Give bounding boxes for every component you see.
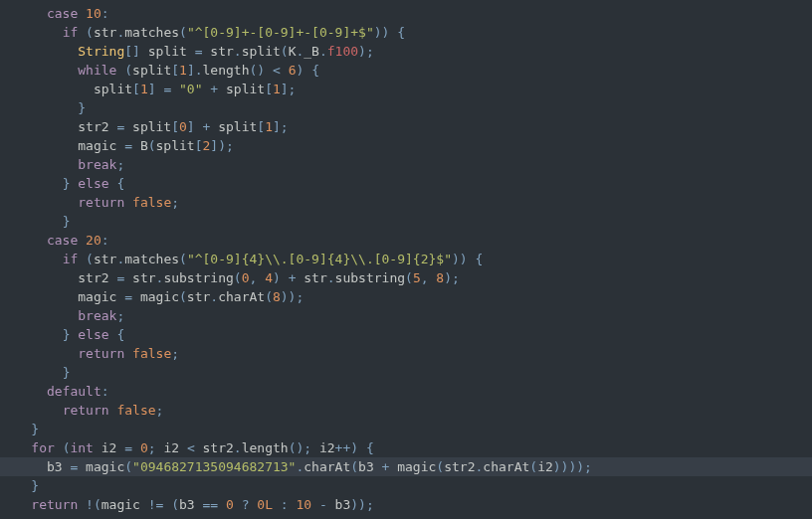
code-line: break; [0, 155, 812, 174]
code-line: split[1] = "0" + split[1]; [0, 80, 812, 98]
code-line: str2 = split[0] + split[1]; [0, 117, 812, 136]
code-line: } else { [0, 174, 812, 193]
code-line: if (str.matches("^[0-9]+-[0-9]+-[0-9]+$"… [0, 23, 812, 42]
code-line: magic = magic(str.charAt(8)); [0, 287, 812, 306]
code-line-highlighted: b3 = magic("0946827135094682713".charAt(… [0, 457, 812, 476]
code-line: } [0, 476, 812, 495]
code-line: String[] split = str.split(K._B.f100); [0, 42, 812, 61]
code-line: } [0, 212, 812, 231]
code-line: for (int i2 = 0; i2 < str2.length(); i2+… [0, 438, 812, 457]
literal: 10 [86, 6, 102, 21]
code-line: str2 = str.substring(0, 4) + str.substri… [0, 268, 812, 287]
code-line: case 10: [0, 4, 812, 23]
code-line: } else { [0, 325, 812, 344]
string-literal: "0946827135094682713" [132, 459, 296, 474]
code-line: while (split[1].length() < 6) { [0, 61, 812, 80]
code-line: return false; [0, 193, 812, 212]
code-line: magic = B(split[2]); [0, 136, 812, 155]
code-line: return !(magic != (b3 == 0 ? 0L : 10 - b… [0, 495, 812, 514]
string-literal: "0" [179, 82, 202, 96]
code-line: default: [0, 382, 812, 401]
code-line: } [0, 98, 812, 117]
code-line: return false; [0, 401, 812, 420]
code-line: } [0, 363, 812, 382]
code-line: } [0, 420, 812, 438]
code-line: case 20: [0, 231, 812, 250]
string-literal: "^[0-9]+-[0-9]+-[0-9]+$" [187, 25, 374, 40]
code-viewer: case 10: if (str.matches("^[0-9]+-[0-9]+… [0, 4, 812, 514]
code-line: return false; [0, 344, 812, 363]
literal: 20 [86, 233, 102, 248]
code-line: break; [0, 306, 812, 325]
string-literal: "^[0-9]{4}\\.[0-9]{4}\\.[0-9]{2}$" [187, 252, 452, 266]
code-line: if (str.matches("^[0-9]{4}\\.[0-9]{4}\\.… [0, 250, 812, 268]
